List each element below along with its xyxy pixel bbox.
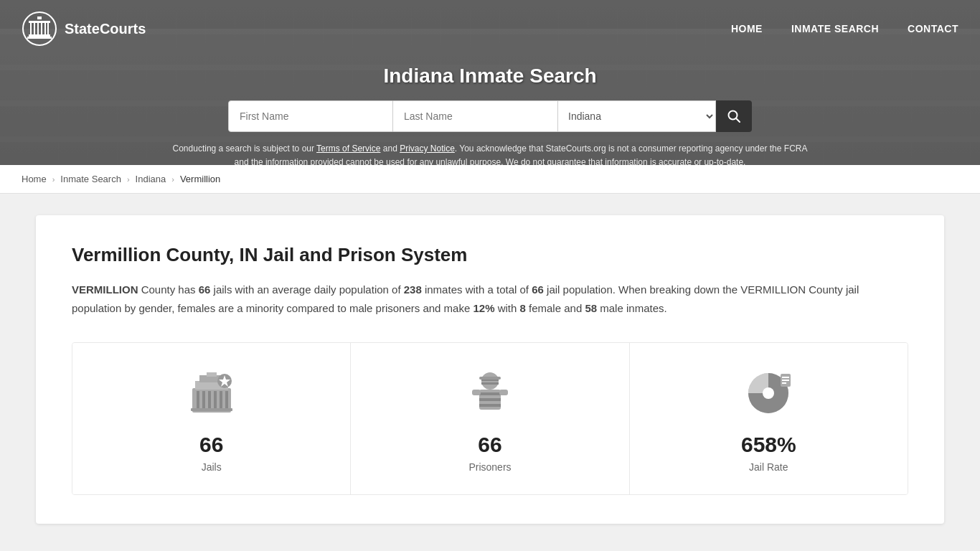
jails-stat-label: Jails <box>202 461 222 473</box>
stat-prisoners: 66 Prisoners <box>351 343 629 494</box>
svg-rect-1 <box>37 17 42 19</box>
svg-rect-29 <box>479 377 501 380</box>
svg-rect-25 <box>191 408 232 411</box>
prisoners-stat-label: Prisoners <box>468 461 511 473</box>
svg-rect-21 <box>208 391 211 410</box>
jail-population: 66 <box>532 283 544 296</box>
jail-icon <box>183 364 240 422</box>
content-card: Vermillion County, IN Jail and Prison Sy… <box>36 215 944 524</box>
main-content: Vermillion County, IN Jail and Prison Sy… <box>0 194 980 545</box>
nav-links: HOME INMATE SEARCH CONTACT <box>731 23 958 34</box>
svg-point-37 <box>763 387 774 399</box>
tos-link[interactable]: Terms of Service <box>316 143 380 154</box>
nav-bar: StateCourts HOME INMATE SEARCH CONTACT <box>0 0 980 57</box>
county-name: VERMILLION <box>72 283 138 296</box>
jail-rate-stat-label: Jail Rate <box>749 461 788 473</box>
svg-rect-24 <box>225 391 228 410</box>
pie-chart-icon <box>740 364 797 422</box>
svg-rect-9 <box>29 34 50 37</box>
svg-rect-19 <box>197 391 199 410</box>
prisoners-stat-number: 66 <box>478 433 501 457</box>
search-form: Select State Alabama Alaska Arizona Arka… <box>228 100 752 132</box>
logo[interactable]: StateCourts <box>22 11 146 47</box>
stat-jail-rate: 658% Jail Rate <box>630 343 908 494</box>
breadcrumb-sep-3: › <box>171 175 174 184</box>
stats-row: 66 Jails <box>72 342 908 495</box>
breadcrumb-home[interactable]: Home <box>22 174 47 184</box>
stat-jails: 66 Jails <box>72 343 351 494</box>
prisoner-icon <box>461 364 519 422</box>
page-title: Indiana Inmate Search <box>383 65 596 88</box>
search-icon <box>727 109 741 123</box>
breadcrumb-state[interactable]: Indiana <box>136 174 166 184</box>
male-count: 58 <box>585 302 597 314</box>
jails-count: 66 <box>199 283 211 296</box>
svg-line-12 <box>736 118 740 122</box>
svg-rect-34 <box>472 390 481 395</box>
svg-rect-23 <box>220 391 222 410</box>
card-description: VERMILLION County has 66 jails with an a… <box>72 281 908 317</box>
svg-rect-35 <box>499 390 508 395</box>
search-button[interactable] <box>716 100 752 132</box>
nav-contact[interactable]: CONTACT <box>908 23 958 34</box>
svg-rect-7 <box>44 23 46 34</box>
breadcrumb-current: Vermillion <box>180 174 220 184</box>
breadcrumb-inmate-search[interactable]: Inmate Search <box>60 174 121 184</box>
last-name-input[interactable] <box>393 100 558 132</box>
svg-rect-33 <box>479 404 501 407</box>
svg-rect-8 <box>47 23 49 34</box>
nav-inmate-search[interactable]: INMATE SEARCH <box>791 23 879 34</box>
svg-rect-2 <box>29 21 50 23</box>
svg-rect-6 <box>41 23 42 34</box>
breadcrumb-sep-2: › <box>127 175 130 184</box>
nav-home[interactable]: HOME <box>731 23 763 34</box>
card-title: Vermillion County, IN Jail and Prison Sy… <box>72 244 908 266</box>
svg-rect-39 <box>782 377 789 378</box>
svg-rect-31 <box>479 392 501 395</box>
jail-rate-stat-number: 658% <box>741 433 796 457</box>
female-percent: 12% <box>473 302 494 314</box>
svg-rect-4 <box>34 23 35 34</box>
privacy-link[interactable]: Privacy Notice <box>400 143 455 154</box>
avg-population: 238 <box>404 283 422 296</box>
first-name-input[interactable] <box>228 100 393 132</box>
state-select[interactable]: Select State Alabama Alaska Arizona Arka… <box>558 100 716 132</box>
female-count: 8 <box>520 302 526 314</box>
disclaimer: Conducting a search is subject to our Te… <box>167 142 813 165</box>
svg-rect-20 <box>202 391 205 410</box>
svg-rect-22 <box>214 391 217 410</box>
svg-rect-40 <box>782 380 789 381</box>
svg-rect-5 <box>37 23 39 34</box>
svg-rect-32 <box>479 398 501 401</box>
site-header: StateCourts HOME INMATE SEARCH CONTACT I… <box>0 0 980 165</box>
svg-rect-41 <box>782 382 786 384</box>
svg-rect-16 <box>207 372 217 377</box>
logo-text: StateCourts <box>65 21 146 37</box>
svg-rect-28 <box>481 382 499 385</box>
svg-rect-3 <box>30 23 32 34</box>
breadcrumb: Home › Inmate Search › Indiana › Vermill… <box>0 165 980 194</box>
svg-rect-10 <box>27 37 52 39</box>
breadcrumb-sep-1: › <box>52 175 55 184</box>
jails-stat-number: 66 <box>199 433 223 457</box>
